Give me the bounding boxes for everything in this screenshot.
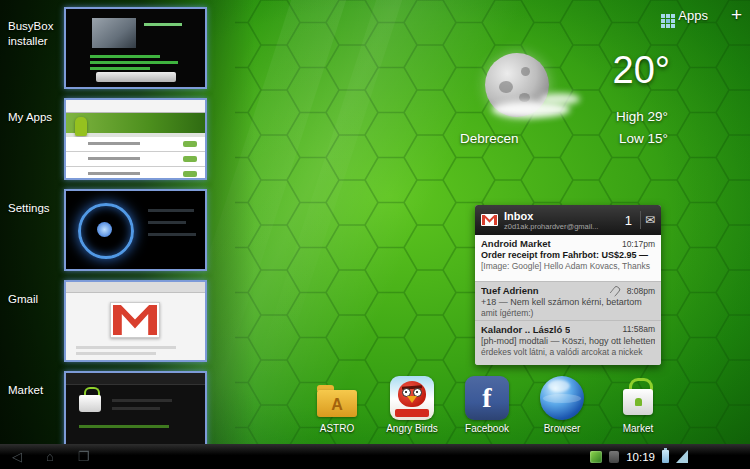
email-snippet: amit ígértem:)	[481, 308, 655, 318]
thumbnail-text-line	[90, 67, 150, 70]
weather-low: Low 15°	[619, 131, 668, 146]
thumbnail-toolbar	[66, 282, 205, 293]
busybox-thumbnail[interactable]	[64, 7, 207, 89]
email-snippet: [Image: Google] Hello Adam Kovacs, Thank…	[481, 261, 655, 271]
signal-icon	[676, 450, 688, 463]
recent-app-label: Settings	[8, 201, 60, 216]
astro-letter: A	[315, 396, 359, 414]
market-bag-icon	[616, 376, 660, 420]
android-robot-icon	[75, 117, 87, 136]
email-subject: Order receipt from Fahrbot: US$2.95 —	[481, 250, 655, 260]
system-bar: ◁ ⌂ ❐ 10:19	[0, 444, 750, 469]
thumbnail-list-row	[66, 167, 205, 180]
paperclip-icon	[609, 284, 621, 296]
email-row[interactable]: Android Market 10:17pm Order receipt fro…	[475, 235, 661, 281]
email-sender: Android Market	[481, 238, 551, 249]
apps-button[interactable]: Apps	[661, 8, 708, 23]
gmail-widget-header[interactable]: Inbox z0d1ak.prohardver@gmail... 1 ✉	[475, 205, 661, 235]
compose-icon[interactable]: ✉	[645, 214, 655, 226]
thumbnail-image	[92, 18, 136, 48]
email-time: 11:58am	[619, 324, 655, 334]
battery-icon	[662, 450, 669, 463]
back-button[interactable]: ◁	[12, 444, 22, 469]
recent-app-myapps[interactable]: My Apps	[0, 98, 212, 180]
dock-app-astro[interactable]: A ASTRO	[301, 376, 373, 434]
weather-high: High 29°	[616, 109, 668, 124]
dock-app-label: ASTRO	[301, 423, 373, 434]
dock-app-label: Angry Birds	[376, 423, 448, 434]
thumbnail-text-line	[144, 23, 182, 26]
glow-core	[97, 222, 112, 237]
dock-app-label: Browser	[526, 423, 598, 434]
email-subject: [ph-mod] modtali — Köszi, hogy ott lehet…	[481, 336, 655, 346]
dock-app-facebook[interactable]: f Facebook	[451, 376, 523, 434]
astro-icon: A	[315, 376, 359, 420]
angry-birds-icon	[390, 376, 434, 420]
usb-notification-icon[interactable]	[609, 451, 619, 463]
gmail-m-shape	[113, 305, 157, 335]
weather-widget[interactable]: 20° High 29° Low 15° Debrecen	[440, 35, 670, 167]
thumbnail-list-row	[66, 152, 205, 167]
recent-app-label: BusyBox installer	[8, 19, 60, 49]
moon-crater	[499, 81, 513, 93]
thumbnail-text-line	[148, 209, 194, 212]
dock-app-market[interactable]: Market	[602, 376, 674, 434]
settings-thumbnail[interactable]	[64, 189, 207, 271]
recents-button[interactable]: ❐	[78, 444, 90, 469]
moon-crater	[521, 67, 530, 76]
dock-app-angrybirds[interactable]: Angry Birds	[376, 376, 448, 434]
browser-globe-icon	[540, 376, 584, 420]
myapps-thumbnail[interactable]	[64, 98, 207, 180]
email-row[interactable]: Tuef Adrienn 8:08pm +18 — Nem kell számo…	[475, 281, 661, 320]
thumbnail-text-line	[76, 346, 176, 349]
thumbnail-text-line	[90, 55, 160, 58]
thumbnail-text-line	[76, 352, 156, 355]
dock-app-label: Facebook	[451, 423, 523, 434]
email-row[interactable]: Kalandor .. László 5 11:58am [ph-mod] mo…	[475, 320, 661, 365]
status-area[interactable]: 10:19	[590, 444, 688, 469]
gmail-widget[interactable]: Inbox z0d1ak.prohardver@gmail... 1 ✉ And…	[475, 205, 661, 365]
android-home-screen: Apps + BusyBox installer My Apps	[0, 0, 750, 469]
cloud-icon	[540, 93, 580, 105]
recent-app-label: Gmail	[8, 292, 60, 307]
android-robot-icon	[635, 398, 642, 406]
gmail-logo-icon	[110, 302, 160, 338]
rio-ribbon	[395, 409, 429, 417]
gmail-account-email: z0d1ak.prohardver@gmail...	[504, 222, 598, 231]
gmail-icon	[481, 214, 498, 226]
email-sender: Kalandor .. László 5	[481, 324, 570, 335]
thumbnail-toolbar	[66, 100, 205, 113]
home-button[interactable]: ⌂	[46, 444, 54, 469]
notification-icon[interactable]	[590, 451, 602, 463]
bird-beak	[407, 396, 417, 403]
navigation-buttons: ◁ ⌂ ❐	[12, 444, 90, 469]
email-time: 8:08pm	[623, 286, 655, 296]
dock-app-browser[interactable]: Browser	[526, 376, 598, 434]
thumbnail-text-line	[148, 221, 186, 224]
globe-band	[543, 394, 581, 403]
recent-app-busybox[interactable]: BusyBox installer	[0, 7, 212, 89]
gmail-folder-title: Inbox	[504, 210, 598, 222]
thumbnail-text-line	[90, 61, 178, 64]
thumbnail-text-line	[148, 233, 196, 236]
email-subject: +18 — Nem kell számon kérni, betartom	[481, 297, 655, 307]
thumbnail-button	[96, 72, 176, 82]
email-time: 10:17pm	[618, 239, 655, 249]
thumbnail-list-row	[66, 137, 205, 152]
recent-app-gmail[interactable]: Gmail	[0, 280, 212, 362]
facebook-icon: f	[465, 376, 509, 420]
clock[interactable]: 10:19	[626, 451, 655, 463]
gmail-thumbnail[interactable]	[64, 280, 207, 362]
weather-city: Debrecen	[460, 131, 519, 146]
add-widget-button[interactable]: +	[731, 4, 742, 26]
apps-button-label: Apps	[678, 8, 708, 23]
dock-app-label: Market	[602, 423, 674, 434]
apps-grid-icon	[661, 14, 665, 18]
weather-temperature: 20°	[613, 49, 670, 92]
unread-count-badge: 1	[625, 213, 632, 228]
recent-app-settings[interactable]: Settings	[0, 189, 212, 271]
facebook-f-letter: f	[465, 382, 509, 414]
globe-highlight	[548, 380, 570, 392]
gmail-m-shape	[482, 215, 497, 225]
header-divider	[640, 211, 641, 229]
